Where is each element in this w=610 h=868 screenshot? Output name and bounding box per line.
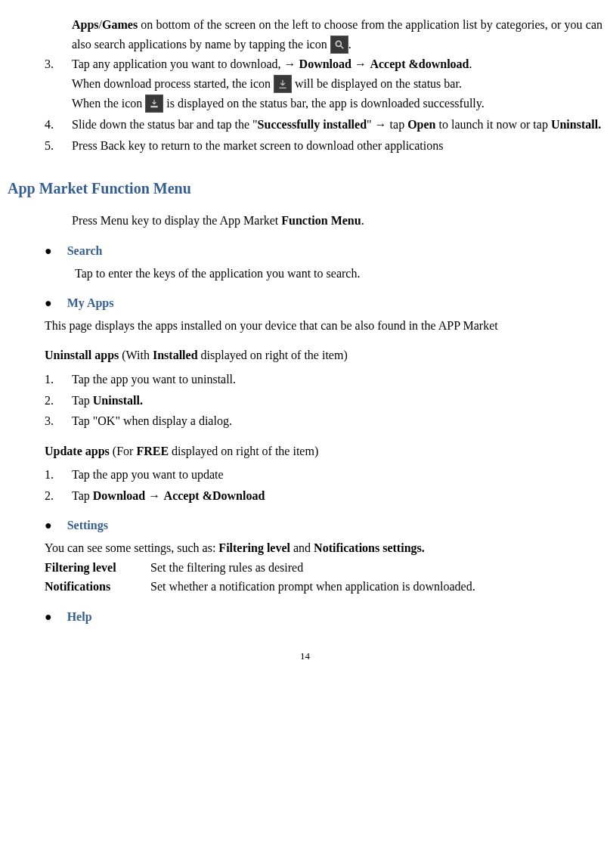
section-intro: Press Menu key to display the App Market… [72,211,602,231]
bullet-help: ● Help [72,607,602,627]
update-step-1: 1. Tap the app you want to update [72,465,602,485]
svg-rect-3 [151,106,158,107]
search-desc: Tap to enter the keys of the application… [75,264,602,284]
bullet-icon: ● [45,241,52,261]
page-number: 14 [8,649,602,665]
svg-line-1 [340,46,343,49]
step-4: 4. Slide down the status bar and tap the… [72,115,602,135]
bullet-settings: ● Settings [72,516,602,535]
settings-desc: You can see some settings, such as: Filt… [45,538,602,558]
uninstall-step-2: 2. Tap Uninstall. [72,391,602,411]
uninstall-heading: Uninstall apps (With Installed displayed… [45,346,602,365]
settings-row-1: Filtering level Set the filtering rules … [45,558,602,578]
search-icon [330,36,348,54]
bullet-icon: ● [45,516,52,535]
bullet-search: ● Search [72,241,602,261]
uninstall-step-1: 1. Tap the app you want to uninstall. [72,370,602,389]
step-3: 3. Tap any application you want to downl… [72,54,602,113]
bullet-icon: ● [45,293,52,313]
myapps-desc: This page displays the apps installed on… [45,316,602,336]
games-label: Games [102,18,138,31]
bullet-icon: ● [45,607,52,627]
step-5: 5. Press Back key to return to the marke… [72,136,602,156]
download-complete-icon [145,95,163,113]
download-progress-icon [274,75,292,93]
apps-label: Apps [72,18,99,31]
bullet-myapps: ● My Apps [72,293,602,313]
intro-paragraph: Apps/Games on bottom of the screen on th… [72,15,602,54]
settings-row-2: Notifications Set whether a notification… [45,577,602,597]
update-heading: Update apps (For FREE displayed on right… [45,442,602,461]
svg-point-0 [336,41,341,46]
uninstall-step-3: 3. Tap "OK" when display a dialog. [72,411,602,431]
section-title: App Market Function Menu [8,176,602,200]
update-step-2: 2. Tap Download → Accept &Download [72,486,602,506]
